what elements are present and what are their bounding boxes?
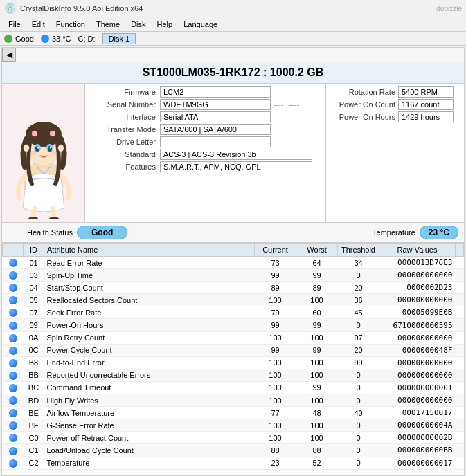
row-current: 100 (255, 419, 296, 432)
row-current: 99 (255, 269, 296, 282)
row-current: 100 (255, 294, 296, 306)
row-attr-name: High Fly Writes (44, 394, 255, 407)
row-attr-name: Power Cycle Count (44, 344, 255, 356)
row-scroll-space (456, 457, 464, 469)
row-raw: 000000000001 (379, 381, 456, 394)
row-raw: 00000000002B (379, 432, 456, 444)
row-scroll-space (456, 319, 464, 331)
row-icon (3, 306, 24, 319)
row-icon (3, 331, 24, 344)
svg-point-9 (30, 151, 37, 155)
row-current: 99 (255, 344, 296, 356)
disk-c-health: Good (4, 35, 34, 43)
menu-function[interactable]: Function (51, 19, 91, 30)
row-current: 99 (255, 319, 296, 331)
table-row: B8 End-to-End Error 100 100 99 000000000… (3, 356, 464, 369)
row-worst: 89 (296, 282, 338, 294)
row-scroll-space (456, 444, 464, 457)
menu-file[interactable]: File (3, 19, 26, 30)
anime-character (6, 87, 82, 219)
row-worst: 99 (296, 319, 338, 331)
row-scroll-space (456, 331, 464, 344)
row-raw: 000000000000 (379, 356, 456, 369)
row-raw: 000000000000 (379, 294, 456, 306)
col-name: Attribute Name (44, 244, 255, 257)
app-title: CrystalDiskInfo 9.5.0 Aoi Edition x64 (20, 4, 143, 12)
transfer-row: Transfer Mode SATA/600 | SATA/600 (91, 124, 320, 135)
menu-theme[interactable]: Theme (91, 19, 125, 30)
row-attr-name: Start/Stop Count (44, 282, 255, 294)
temp-section: Temperature 23 °C (373, 226, 458, 239)
row-id: BE (24, 407, 44, 419)
row-id: C0 (24, 432, 44, 444)
dash4: ---- (287, 100, 303, 109)
table-header-row: ID Attribute Name Current Worst Threshol… (3, 244, 464, 257)
power-on-hours-label: Power On Hours (329, 113, 398, 121)
row-icon (3, 444, 24, 457)
status-circle-icon (9, 322, 17, 330)
status-circle-icon (9, 347, 17, 355)
table-row: 0C Power Cycle Count 99 99 20 0000000048… (3, 344, 464, 356)
standard-value: ACS-3 | ACS-3 Revision 3b (160, 149, 312, 160)
row-threshold: 20 (338, 344, 379, 356)
nav-back-button[interactable]: ◀ (2, 48, 16, 62)
menu-disk[interactable]: Disk (125, 19, 151, 30)
row-threshold: 0 (338, 419, 379, 432)
status-circle-icon (9, 396, 17, 405)
transfer-label: Transfer Mode (91, 125, 160, 134)
row-raw: 00017150017 (379, 407, 456, 419)
table-row: C0 Power-off Retract Count 100 100 0 000… (3, 432, 464, 444)
row-worst: 100 (296, 394, 338, 407)
disk-c-health-label: Good (15, 35, 34, 43)
row-attr-name: Load/Unload Cycle Count (44, 444, 255, 457)
row-worst: 88 (296, 444, 338, 457)
row-attr-name: Airflow Temperature (44, 407, 255, 419)
row-scroll-space (456, 407, 464, 419)
disk-tab[interactable]: Disk 1 (102, 33, 136, 44)
row-id: 0A (24, 331, 44, 344)
table-row: BE Airflow Temperature 77 48 40 00017150… (3, 407, 464, 419)
health-label: Health Status (8, 228, 77, 237)
table-row: 04 Start/Stop Count 89 89 20 0000002D23 (3, 282, 464, 294)
row-worst: 100 (296, 419, 338, 432)
row-worst: 100 (296, 331, 338, 344)
svg-point-15 (28, 217, 38, 219)
interface-label: Interface (91, 113, 160, 121)
power-on-hours-value: 1429 hours (398, 111, 454, 122)
table-row: BF G-Sense Error Rate 100 100 0 00000000… (3, 419, 464, 432)
health-circle-green (4, 35, 12, 43)
row-worst: 100 (296, 369, 338, 381)
row-icon (3, 294, 24, 306)
standard-label: Standard (91, 150, 160, 158)
row-threshold: 99 (338, 356, 379, 369)
row-id: BB (24, 369, 44, 381)
menu-language[interactable]: Language (178, 19, 223, 30)
power-on-hours-row: Power On Hours 1429 hours (329, 111, 461, 122)
row-attr-name: Power-On Hours (44, 319, 255, 331)
firmware-label: Firmware (91, 88, 160, 96)
row-scroll-space (456, 356, 464, 369)
menu-help[interactable]: Help (152, 19, 179, 30)
health-row: Health Status Good Temperature 23 °C (2, 223, 464, 243)
row-attr-name: Spin Retry Count (44, 331, 255, 344)
col-icon (3, 244, 24, 257)
row-worst: 99 (296, 344, 338, 356)
row-icon (3, 369, 24, 381)
avatar-area (2, 84, 85, 222)
row-scroll-space (456, 269, 464, 282)
device-title: ST1000LM035-1RK172 : 1000.2 GB (2, 62, 464, 84)
health-value: Good (77, 226, 127, 239)
app-icon: 💿 (4, 3, 16, 14)
right-info-fields: Rotation Rate 5400 RPM Power On Count 11… (325, 84, 464, 222)
row-icon (3, 344, 24, 356)
temp-circle-blue (41, 35, 49, 43)
row-icon (3, 282, 24, 294)
row-icon (3, 432, 24, 444)
table-row: BC Command Timeout 100 99 0 000000000001 (3, 381, 464, 394)
menu-edit[interactable]: Edit (26, 19, 51, 30)
row-current: 77 (255, 407, 296, 419)
features-value: S.M.A.R.T., APM, NCQ, GPL (160, 161, 312, 172)
status-circle-icon (9, 434, 17, 442)
serial-value: WDETM9GG (160, 99, 271, 110)
disk-c-drive: C: D: (78, 35, 96, 43)
